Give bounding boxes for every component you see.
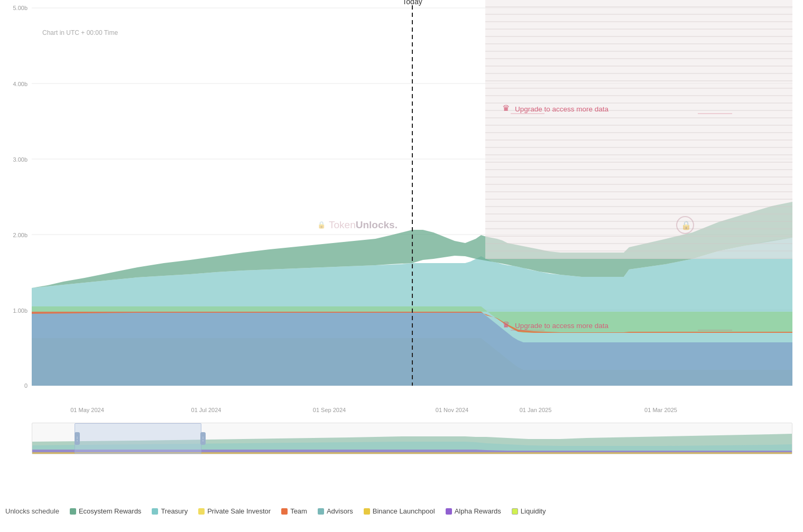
minimap (32, 423, 792, 454)
y-label-0: 0 (24, 382, 27, 389)
watermark: 🔒 TokenUnlocks. (317, 219, 398, 230)
legend-dot-treasury (152, 508, 158, 515)
legend-label-treasury: Treasury (161, 507, 188, 515)
svg-text:TokenUnlocks.: TokenUnlocks. (329, 219, 398, 230)
svg-text:Upgrade to access more data: Upgrade to access more data (515, 105, 609, 113)
y-label-100: 1.00b (13, 307, 27, 314)
legend-label-advisors: Advisors (327, 507, 353, 515)
chart-container: Chart in UTC + 00:00 Time 5.00b 4.00b 3.… (0, 0, 803, 532)
legend-label-team: Team (290, 507, 307, 515)
minimap-selection[interactable] (75, 423, 201, 454)
legend-dot-binance (364, 508, 370, 515)
y-label-200: 2.00b (13, 232, 27, 238)
legend-private-sale[interactable]: Private Sale Investor (198, 507, 271, 515)
legend-label-alpha: Alpha Rewards (455, 507, 501, 515)
legend-label-unlocks-schedule: Unlocks schedule (5, 507, 59, 515)
x-label-may: 01 May 2024 (70, 407, 104, 413)
y-label-500: 5.00b (13, 5, 27, 11)
x-label-jul: 01 Jul 2024 (191, 407, 221, 413)
legend-label-private-sale: Private Sale Investor (207, 507, 271, 515)
x-label-sep: 01 Sep 2024 (313, 407, 346, 413)
legend-dot-private-sale (198, 508, 205, 515)
today-label: Today (402, 0, 422, 6)
legend-binance-launchpool[interactable]: Binance Launchpool (364, 507, 435, 515)
x-label-jan: 01 Jan 2025 (520, 407, 552, 413)
legend-label-liquidity: Liquidity (521, 507, 546, 515)
y-label-300: 3.00b (13, 156, 27, 163)
legend-treasury[interactable]: Treasury (152, 507, 188, 515)
svg-text:🔒: 🔒 (317, 220, 326, 229)
legend-dot-liquidity (512, 508, 518, 515)
svg-text:Upgrade to access more data: Upgrade to access more data (515, 322, 609, 330)
svg-text:♛: ♛ (502, 104, 510, 113)
minimap-handle-right[interactable] (200, 432, 206, 445)
legend-label-binance: Binance Launchpool (373, 507, 435, 515)
legend-dot-alpha (446, 508, 452, 515)
x-label-nov: 01 Nov 2024 (436, 407, 468, 413)
y-label-400: 4.00b (13, 81, 27, 87)
legend: Unlocks schedule Ecosystem Rewards Treas… (0, 507, 803, 515)
svg-rect-8 (485, 0, 792, 259)
legend-ecosystem-rewards[interactable]: Ecosystem Rewards (70, 507, 141, 515)
legend-dot-team (281, 508, 288, 515)
x-label-mar: 01 Mar 2025 (644, 407, 677, 413)
svg-text:♛: ♛ (502, 320, 510, 329)
legend-liquidity[interactable]: Liquidity (512, 507, 546, 515)
legend-dot-advisors (318, 508, 324, 515)
chart-svg: Today ♛ Upgrade to access more data ♛ Up… (32, 0, 792, 396)
legend-alpha-rewards[interactable]: Alpha Rewards (446, 507, 501, 515)
legend-dot-ecosystem (70, 508, 76, 515)
legend-team[interactable]: Team (281, 507, 307, 515)
legend-advisors[interactable]: Advisors (318, 507, 353, 515)
legend-label-ecosystem: Ecosystem Rewards (79, 507, 141, 515)
minimap-handle-left[interactable] (75, 432, 80, 445)
svg-text:🔒: 🔒 (681, 220, 691, 230)
legend-unlocks-schedule: Unlocks schedule (5, 507, 59, 515)
y-axis: 5.00b 4.00b 3.00b 2.00b 1.00b 0 (0, 0, 32, 402)
